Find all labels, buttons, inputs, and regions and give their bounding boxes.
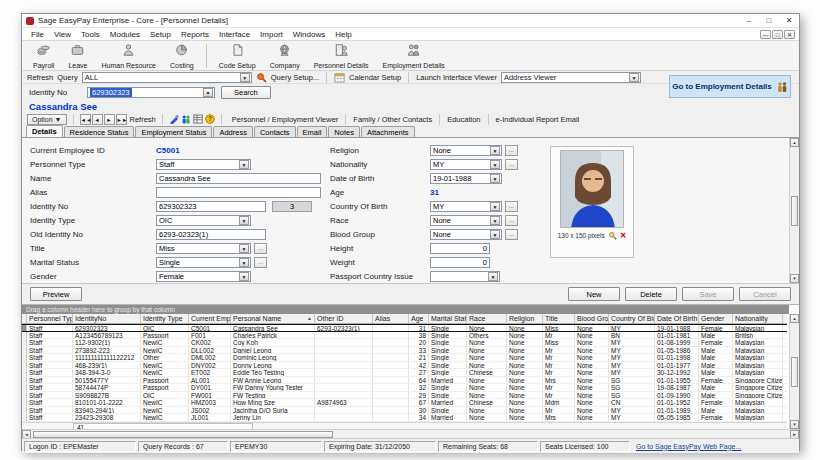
tab-email[interactable]: Email (297, 126, 328, 137)
ellipsis-button[interactable]: ... (254, 243, 267, 254)
close-icon[interactable]: ✕ (783, 16, 795, 25)
mdi-close-icon[interactable]: ✕ (784, 30, 795, 39)
column-header-gender[interactable]: Gender (699, 314, 733, 323)
chevron-down-icon[interactable]: ▼ (239, 216, 249, 225)
chevron-down-icon[interactable]: ▼ (488, 272, 498, 281)
mdi-restore-icon[interactable]: □ (772, 30, 783, 39)
chevron-down-icon[interactable]: ▼ (629, 73, 639, 82)
table-row[interactable]: Staff468-239(1)NewICDNY002Donny Leong42S… (22, 362, 787, 370)
table-row[interactable]: Staff111111111111122212OtherDML002Domini… (22, 354, 787, 362)
column-header-identityno[interactable]: IdentityNo (73, 314, 141, 323)
new-button[interactable]: New (568, 287, 620, 301)
grid-group-hint[interactable]: Drag a column header here to group by th… (22, 305, 789, 314)
column-header-current-emp-id[interactable]: Current Emp. ID (189, 314, 231, 323)
tab-residence-status[interactable]: Residence Status (64, 126, 135, 137)
minimize-icon[interactable]: – (743, 16, 755, 25)
identity-no-combobox[interactable]: 629302323 ▼ (87, 87, 215, 98)
table-row[interactable]: Staff58744474PPassportDY001FW Danny Youn… (22, 384, 787, 392)
refresh-label[interactable]: Refresh (27, 73, 53, 82)
delete-photo-icon[interactable]: ✕ (620, 231, 627, 240)
chevron-down-icon[interactable]: ▼ (490, 216, 500, 225)
ellipsis-button[interactable]: ... (505, 215, 518, 226)
field-combobox-blood-group[interactable]: None▼ (430, 229, 502, 240)
form-scrollbar[interactable]: ▲ ▼ (789, 138, 799, 283)
table-row[interactable]: StaffS9098827BOICFW001FW Testing29Single… (22, 392, 787, 400)
calendar-setup-label[interactable]: Calendar Setup (349, 73, 401, 82)
scroll-thumb[interactable] (33, 431, 333, 438)
goto-employment-details-button[interactable]: Go to Employment Details (669, 75, 791, 98)
grid-vertical-scrollbar[interactable]: ▲ ▼ (789, 314, 799, 429)
toolbar-payroll-button[interactable]: Payroll (26, 43, 61, 69)
nav-link-personnel-employment-viewer[interactable]: Personnel / Employment Viewer (228, 115, 343, 124)
chevron-down-icon[interactable]: ▼ (490, 160, 500, 169)
field-input-weight[interactable]: 0 (430, 257, 490, 268)
option-button[interactable]: Option ▼ (27, 114, 67, 125)
tab-notes[interactable]: Notes (328, 126, 360, 137)
chevron-down-icon[interactable]: ▼ (490, 230, 500, 239)
field-combobox-country-of-birth[interactable]: MY▼ (430, 201, 502, 212)
query-setup-label[interactable]: Query Setup... (271, 73, 319, 82)
viewer-icon[interactable] (169, 114, 179, 126)
column-header-date-of-birth[interactable]: Date Of Birth (655, 314, 699, 323)
scroll-thumb[interactable] (791, 196, 798, 226)
table-row[interactable]: Staff23423-29308NewICJL001Jenny Lin34Mar… (22, 414, 787, 422)
maximize-icon[interactable]: □ (763, 16, 775, 25)
table-row[interactable]: Staff273892-223NewICDLL002Daniel Leong33… (22, 347, 787, 355)
chevron-down-icon[interactable]: ▼ (203, 88, 213, 97)
menu-modules[interactable]: Modules (105, 30, 145, 39)
field-combobox-identity-type[interactable]: OIC▼ (156, 215, 251, 226)
people-icon[interactable] (181, 114, 191, 126)
menu-reports[interactable]: Reports (176, 30, 214, 39)
calendar-icon[interactable] (334, 72, 345, 83)
column-header-marital-status[interactable]: Marital Status (429, 314, 467, 323)
toolbar-costing-button[interactable]: Costing (163, 43, 201, 69)
interface-viewer-combobox[interactable]: Address Viewer ▼ (501, 72, 641, 83)
chevron-down-icon[interactable]: ▼ (239, 244, 249, 253)
query-combobox[interactable]: ALL ▼ (82, 72, 252, 83)
field-combobox-date-of-birth[interactable]: 19-01-1988▼ (430, 173, 502, 184)
field-input-height[interactable]: 0 (430, 243, 490, 254)
menu-help[interactable]: Help (330, 30, 356, 39)
table-row[interactable]: Staff810101-01-2222NewICHMZ003How Ming S… (22, 399, 787, 407)
field-combobox-race[interactable]: None▼ (430, 215, 502, 226)
search-button[interactable]: Search (221, 86, 271, 99)
column-header-country-of-birth[interactable]: Country Of Birth (609, 314, 655, 323)
column-header-other-id[interactable]: Other ID (315, 314, 373, 323)
save-button[interactable]: Save (682, 287, 734, 301)
ellipsis-button[interactable]: ... (505, 159, 518, 170)
nav-link-education[interactable]: Education (443, 115, 484, 124)
scroll-up-icon[interactable]: ▲ (790, 314, 799, 323)
next-record-icon[interactable]: ► (104, 114, 115, 125)
tab-attachments[interactable]: Attachments (361, 126, 415, 137)
chevron-down-icon[interactable]: ▼ (239, 272, 249, 281)
table-row[interactable]: StaffA123456789123PassportF001Charles Pa… (22, 332, 787, 340)
table-row[interactable]: Staff348-394-3-0NewICET002Eddie Teo Test… (22, 369, 787, 377)
menu-tools[interactable]: Tools (76, 30, 105, 39)
menu-setup[interactable]: Setup (145, 30, 176, 39)
ellipsis-button[interactable]: ... (254, 257, 267, 268)
table-row[interactable]: Staff112-9302(1)NewICCK002Coy Koh20Singl… (22, 339, 787, 347)
column-header-personnel-type[interactable]: Personnel Type (27, 314, 73, 323)
toolbar-employment-details-button[interactable]: Employment Details (376, 43, 452, 69)
field-combobox-personnel-type[interactable]: Staff▼ (156, 159, 251, 170)
nav-link-e-individual-report-email[interactable]: e-Individual Report Email (492, 115, 584, 124)
toolbar-human-resource-button[interactable]: Human Resource (94, 43, 162, 69)
column-header-age[interactable]: Age (409, 314, 429, 323)
table-row[interactable]: Staff83940-294(1)NewICJS002Jacintha D/O … (22, 407, 787, 415)
chevron-down-icon[interactable]: ▼ (490, 174, 500, 183)
field-input-name[interactable]: Cassandra See (156, 173, 321, 184)
tab-employment-status[interactable]: Employment Status (135, 126, 212, 137)
nav-refresh-label[interactable]: Refresh (130, 115, 156, 124)
chevron-down-icon[interactable]: ▼ (239, 258, 249, 267)
scroll-thumb[interactable] (791, 357, 798, 387)
toolbar-code-setup-button[interactable]: Code Setup (212, 43, 263, 69)
field-combobox-marital-status[interactable]: Single▼ (156, 257, 251, 268)
ellipsis-button[interactable]: ... (505, 145, 518, 156)
ellipsis-button[interactable]: ... (505, 229, 518, 240)
menu-view[interactable]: View (49, 30, 76, 39)
column-header-alias[interactable]: Alias (373, 314, 409, 323)
first-record-icon[interactable]: ◄◄ (80, 114, 91, 125)
scroll-right-icon[interactable]: ► (790, 430, 799, 439)
table-row[interactable]: Staff629302323OICC5001Cassandra See6293-… (22, 324, 787, 332)
tab-contacts[interactable]: Contacts (254, 126, 296, 137)
